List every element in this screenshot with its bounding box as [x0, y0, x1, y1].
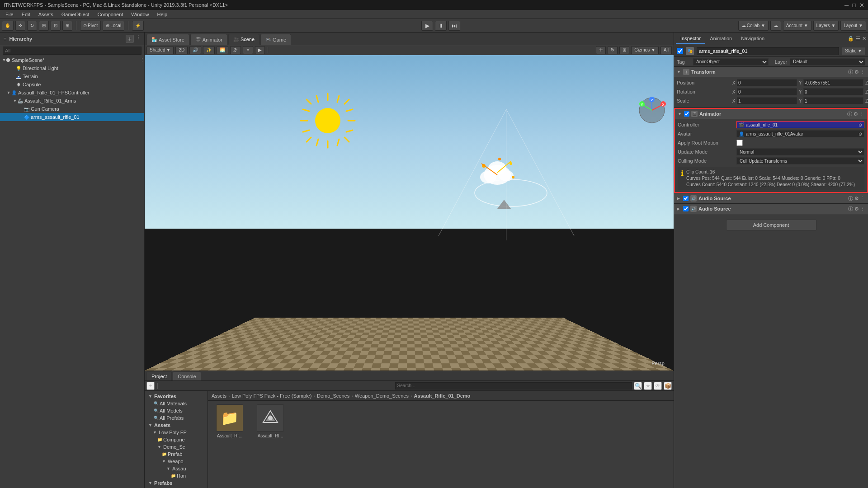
animator-info-icon[interactable]: ⓘ — [847, 111, 852, 117]
insp-tab-navigation[interactable]: Navigation — [736, 33, 769, 44]
viewport[interactable]: Z X Y Persp — [145, 55, 674, 371]
prefabs-root[interactable]: ▼ Prefabs — [146, 479, 206, 487]
menu-file[interactable]: File — [2, 10, 17, 19]
skybox-btn[interactable]: 🌅 — [217, 46, 228, 54]
project-add-btn[interactable]: + — [146, 382, 155, 390]
snap-btn[interactable]: ⚡ — [132, 21, 144, 31]
minimize-icon[interactable]: ─ — [844, 2, 849, 9]
hierarchy-menu-icon[interactable]: ⋮ — [136, 35, 141, 43]
menu-edit[interactable]: Edit — [18, 10, 34, 19]
play-button[interactable]: ▶ — [421, 21, 433, 31]
window-controls[interactable]: ─ □ ✕ — [844, 2, 864, 9]
insp-tab-inspector[interactable]: Inspector — [676, 33, 705, 44]
menu-assets[interactable]: Assets — [35, 10, 57, 19]
update-mode-select[interactable]: Normal Animate Physics Unscaled Time — [736, 148, 864, 155]
pause-button[interactable]: ⏸ — [435, 21, 447, 31]
tab-asset-store[interactable]: 🏪 Asset Store — [146, 34, 189, 45]
add-component-button[interactable]: Add Component — [726, 220, 816, 230]
audio-2-menu-icon[interactable]: ⋮ — [860, 206, 865, 212]
components-folder[interactable]: 📁 Compone — [146, 436, 206, 443]
collab-button[interactable]: ☁ Collab ▼ — [738, 21, 769, 31]
shading-mode-btn[interactable]: Shaded ▼ — [146, 46, 174, 54]
rotation-x-input[interactable] — [737, 88, 797, 95]
animator-header[interactable]: ▼ 🎬 Animator ⓘ ⚙ ⋮ — [675, 109, 867, 119]
rotate-gizmo-btn[interactable]: ↻ — [608, 46, 618, 54]
tree-item-arms[interactable]: ▼ 🦾 Assault_Rifle_01_Arms — [0, 97, 144, 105]
position-y-input[interactable] — [803, 79, 863, 86]
rotation-y-input[interactable] — [803, 88, 863, 95]
rotate-tool[interactable]: ↻ — [27, 21, 37, 31]
tree-item-capsule[interactable]: ⬮ Capsule — [0, 80, 144, 89]
proj-search-btn[interactable]: 🔍 — [634, 382, 642, 390]
breadcrumb-demo[interactable]: Demo_Scenes — [317, 393, 349, 399]
tree-item-guncam[interactable]: 📷 Gun Camera — [0, 105, 144, 113]
scene-gizmo[interactable]: Z X Y — [637, 96, 667, 126]
hierarchy-add-btn[interactable]: + — [126, 35, 134, 43]
han-folder[interactable]: 📁 Han — [146, 472, 206, 479]
prefab-folder[interactable]: 📁 Prefab — [146, 450, 206, 458]
pivot-btn[interactable]: ⊙ Pivot — [80, 21, 101, 31]
breadcrumb-weapon[interactable]: Weapon_Demo_Scenes — [355, 393, 409, 399]
local-btn[interactable]: ⊕ Local — [103, 21, 124, 31]
tree-item-dirlight[interactable]: 💡 Directional Light — [0, 64, 144, 72]
layout-button[interactable]: Layout ▼ — [840, 21, 866, 31]
fx-btn[interactable]: ✨ — [203, 46, 215, 54]
anim-btn[interactable]: ▶ — [255, 46, 265, 54]
tree-item-samplescene[interactable]: ▼ SampleScene* ⋮ — [0, 56, 144, 64]
hand-tool[interactable]: ✋ — [2, 21, 14, 31]
object-name-input[interactable] — [697, 47, 839, 55]
audio-source-2-header[interactable]: ▶ 🔊 Audio Source ⓘ ⚙ ⋮ — [674, 204, 868, 214]
tree-item-rifle[interactable]: 🔷 arms_assault_rifle_01 — [0, 113, 144, 121]
breadcrumb-assets[interactable]: Assets — [212, 393, 226, 399]
menu-gameobject[interactable]: GameObject — [58, 10, 93, 19]
animator-menu-icon[interactable]: ⋮ — [859, 111, 864, 117]
transform-info-icon[interactable]: ⓘ — [848, 69, 853, 75]
menu-window[interactable]: Window — [127, 10, 152, 19]
2d-btn[interactable]: 2D — [175, 46, 188, 54]
scale-x-input[interactable] — [737, 97, 797, 104]
project-search[interactable] — [395, 382, 632, 389]
object-active-checkbox[interactable] — [677, 48, 683, 54]
avatar-select-icon[interactable]: ⊙ — [859, 131, 862, 136]
weapon-folder[interactable]: ▼ Weapo — [146, 458, 206, 465]
audio-2-enabled-checkbox[interactable] — [683, 206, 689, 211]
lowpoly-folder[interactable]: ▼ Low Poly FP — [146, 429, 206, 436]
scale-tool[interactable]: ⊞ — [39, 21, 49, 31]
static-button[interactable]: Static ▼ — [842, 47, 865, 55]
menu-help[interactable]: Help — [153, 10, 171, 19]
insp-menu-icon[interactable]: ☰ — [856, 36, 860, 42]
tree-item-terrain[interactable]: 🗻 Terrain — [0, 72, 144, 80]
lock-icon[interactable]: 🔒 — [848, 36, 854, 42]
animator-settings-icon[interactable]: ⚙ — [854, 111, 858, 117]
scene-settings-icon[interactable]: ⋮ — [140, 58, 144, 62]
tag-select[interactable]: AnimObject — [693, 58, 769, 66]
menu-component[interactable]: Component — [94, 10, 127, 19]
move-tool[interactable]: ✛ — [15, 21, 25, 31]
tree-item-fpscontroller[interactable]: ▼ 👤 Assault_Rifle_01_FPSController — [0, 89, 144, 97]
animator-enabled-checkbox[interactable] — [684, 111, 689, 117]
maximize-icon[interactable]: □ — [852, 2, 856, 9]
step-button[interactable]: ⏭ — [448, 21, 460, 31]
audio-2-settings-icon[interactable]: ⚙ — [854, 206, 859, 212]
layers-button[interactable]: Layers ▼ — [813, 21, 839, 31]
tab-console[interactable]: Console — [173, 371, 201, 380]
audio-1-enabled-checkbox[interactable] — [683, 196, 689, 201]
demo-scenes-folder[interactable]: ▼ Demo_Sc — [146, 443, 206, 450]
all-materials-folder[interactable]: 🔍 All Materials — [146, 400, 206, 407]
audio-2-info-icon[interactable]: ⓘ — [848, 206, 853, 212]
tab-animator[interactable]: 🎬 Animator — [190, 34, 227, 45]
fog-btn[interactable]: 🌫 — [230, 46, 241, 54]
assault-folder[interactable]: ▼ Assau — [146, 465, 206, 472]
proj-package-btn[interactable]: 📦 — [664, 382, 672, 390]
audio-1-settings-icon[interactable]: ⚙ — [854, 196, 859, 202]
audio-1-menu-icon[interactable]: ⋮ — [860, 196, 865, 202]
scale-y-input[interactable] — [803, 97, 863, 104]
controller-select-icon[interactable]: ⊙ — [859, 122, 862, 127]
audio-btn[interactable]: 🔊 — [189, 46, 201, 54]
layers-filter-btn[interactable]: All — [660, 46, 672, 54]
asset-item-unity[interactable]: Assault_Rf... — [252, 404, 288, 438]
tab-game[interactable]: 🎮 Game — [260, 34, 291, 45]
audio-1-info-icon[interactable]: ⓘ — [848, 195, 853, 202]
scale-gizmo-btn[interactable]: ⊞ — [619, 46, 629, 54]
assets-root[interactable]: ▼ Assets — [146, 422, 206, 429]
